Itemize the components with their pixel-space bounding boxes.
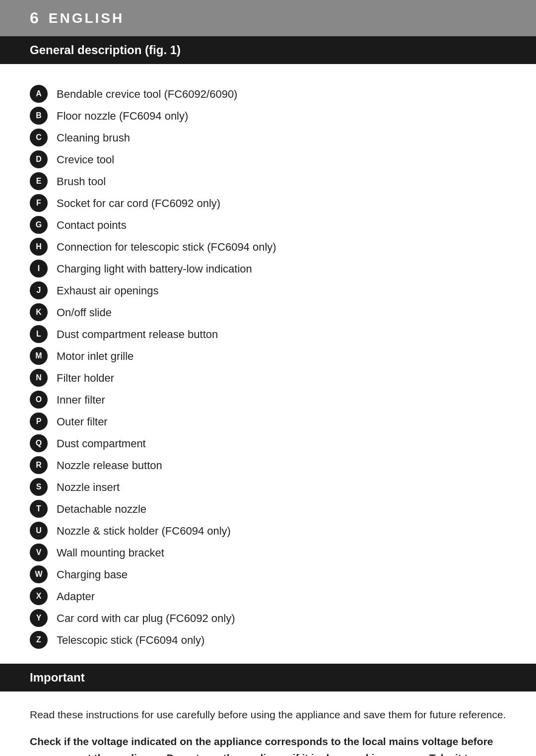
item-badge: J xyxy=(30,281,48,299)
item-text: Connection for telescopic stick (FC6094 … xyxy=(57,237,506,255)
item-text: Bendable crevice tool (FC6092/6090) xyxy=(57,84,506,102)
item-badge: G xyxy=(30,216,48,234)
header-number: 6 xyxy=(30,9,39,27)
item-badge: P xyxy=(30,412,48,430)
item-text: Nozzle release button xyxy=(57,455,506,474)
item-badge: W xyxy=(30,565,48,583)
important-section-header: Important xyxy=(0,664,536,691)
item-badge: I xyxy=(30,260,48,277)
list-item: ABendable crevice tool (FC6092/6090) xyxy=(30,84,506,103)
list-item: MMotor inlet grille xyxy=(30,346,506,365)
item-badge: F xyxy=(30,194,48,212)
item-badge: N xyxy=(30,369,48,387)
list-item: RNozzle release button xyxy=(30,455,506,474)
list-item: ICharging light with battery-low indicat… xyxy=(30,259,506,277)
list-item: WCharging base xyxy=(30,564,506,583)
important-warning: Check if the voltage indicated on the ap… xyxy=(30,733,506,756)
list-item: OInner filter xyxy=(30,390,506,409)
item-badge: Z xyxy=(30,631,48,649)
item-badge: Y xyxy=(30,609,48,627)
list-item: YCar cord with car plug (FC6092 only) xyxy=(30,608,506,627)
item-badge: M xyxy=(30,347,48,365)
list-item: GContact points xyxy=(30,215,506,234)
item-text: Dust compartment release button xyxy=(57,324,506,343)
item-badge: U xyxy=(30,522,48,540)
list-item: ZTelescopic stick (FC6094 only) xyxy=(30,630,506,649)
list-item: QDust compartment xyxy=(30,433,506,452)
important-intro: Read these instructions for use carefull… xyxy=(30,706,506,723)
item-badge: A xyxy=(30,85,48,103)
list-item: SNozzle insert xyxy=(30,477,506,496)
item-text: Charging base xyxy=(57,564,506,583)
list-item: DCrevice tool xyxy=(30,149,506,168)
list-item: CCleaning brush xyxy=(30,128,506,146)
item-badge: K xyxy=(30,303,48,321)
list-item: UNozzle & stick holder (FC6094 only) xyxy=(30,521,506,540)
item-text: Crevice tool xyxy=(57,149,506,168)
list-item: LDust compartment release button xyxy=(30,324,506,343)
item-badge: H xyxy=(30,238,48,256)
list-item: BFloor nozzle (FC6094 only) xyxy=(30,106,506,125)
item-text: Brush tool xyxy=(57,171,506,190)
general-description-content: ABendable crevice tool (FC6092/6090)BFlo… xyxy=(0,64,536,756)
item-text: Telescopic stick (FC6094 only) xyxy=(57,630,506,648)
item-badge: Q xyxy=(30,434,48,452)
item-badge: D xyxy=(30,150,48,168)
list-item: HConnection for telescopic stick (FC6094… xyxy=(30,237,506,256)
item-badge: R xyxy=(30,456,48,474)
item-text: Filter holder xyxy=(57,368,506,386)
item-badge: T xyxy=(30,500,48,518)
item-text: Nozzle insert xyxy=(57,477,506,495)
item-text: Cleaning brush xyxy=(57,128,506,146)
list-item: JExhaust air openings xyxy=(30,280,506,299)
item-text: Exhaust air openings xyxy=(57,280,506,299)
item-text: Socket for car cord (FC6092 only) xyxy=(57,193,506,211)
header-title: ENGLISH xyxy=(49,10,124,26)
list-item: FSocket for car cord (FC6092 only) xyxy=(30,193,506,212)
header-bar: 6 ENGLISH xyxy=(0,0,536,36)
item-badge: C xyxy=(30,129,48,146)
item-badge: B xyxy=(30,107,48,125)
item-badge: S xyxy=(30,478,48,496)
item-text: Dust compartment xyxy=(57,433,506,452)
item-badge: L xyxy=(30,325,48,343)
list-item: KOn/off slide xyxy=(30,302,506,321)
general-description-header: General description (fig. 1) xyxy=(0,36,536,64)
important-section: Read these instructions for use carefull… xyxy=(30,706,506,756)
item-badge: V xyxy=(30,544,48,561)
item-badge: X xyxy=(30,587,48,605)
item-text: Detachable nozzle xyxy=(57,499,506,517)
item-badge: E xyxy=(30,172,48,190)
item-text: Nozzle & stick holder (FC6094 only) xyxy=(57,521,506,539)
list-item: EBrush tool xyxy=(30,171,506,190)
items-list: ABendable crevice tool (FC6092/6090)BFlo… xyxy=(30,84,506,649)
item-text: On/off slide xyxy=(57,302,506,321)
list-item: VWall mounting bracket xyxy=(30,543,506,561)
item-text: Charging light with battery-low indicati… xyxy=(57,259,506,277)
item-text: Adapter xyxy=(57,586,506,605)
item-text: Motor inlet grille xyxy=(57,346,506,364)
list-item: POuter filter xyxy=(30,412,506,430)
item-text: Inner filter xyxy=(57,390,506,408)
page-container: 6 ENGLISH General description (fig. 1) A… xyxy=(0,0,536,756)
item-text: Outer filter xyxy=(57,412,506,430)
list-item: XAdapter xyxy=(30,586,506,605)
item-badge: O xyxy=(30,391,48,409)
item-text: Car cord with car plug (FC6092 only) xyxy=(57,608,506,626)
item-text: Contact points xyxy=(57,215,506,233)
item-text: Wall mounting bracket xyxy=(57,543,506,561)
list-item: TDetachable nozzle xyxy=(30,499,506,518)
list-item: NFilter holder xyxy=(30,368,506,387)
item-text: Floor nozzle (FC6094 only) xyxy=(57,106,506,124)
